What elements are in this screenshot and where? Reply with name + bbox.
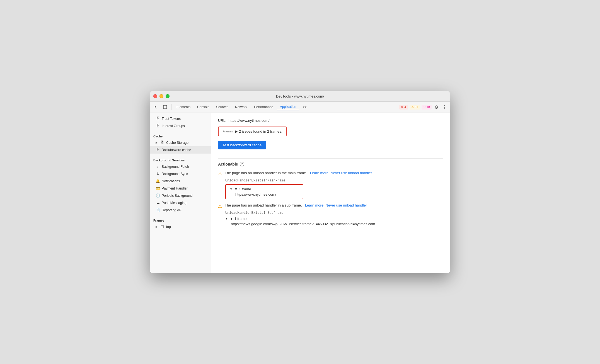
issue1-frame-triangle: ▼ (230, 188, 233, 191)
frames-box-label: Frames (222, 130, 233, 133)
minimize-button[interactable] (159, 94, 163, 98)
issue1-link[interactable]: Learn more: Never use unload handler (310, 171, 372, 175)
dock-icon (163, 105, 167, 109)
settings-icon[interactable]: ⚙ (433, 103, 439, 111)
issue2-frame-expand: ▼ ▼ 1 frame https://news.google.com/swg/… (225, 217, 443, 226)
sidebar-item-label-background-sync: Background Sync (162, 172, 188, 176)
reporting-api-icon: 📄 (156, 208, 160, 212)
issue2-code: UnloadHandlerExistsInSubFrame (218, 211, 443, 215)
cursor-icon (154, 105, 158, 109)
sidebar-item-background-sync[interactable]: ↻ Background Sync (150, 170, 211, 178)
issue2-link[interactable]: Learn more: Never use unload handler (305, 203, 367, 207)
actionable-header: Actionable ? (218, 162, 443, 166)
toolbar-separator (171, 104, 171, 110)
sidebar-item-backforward-cache[interactable]: 🗄 Back/forward cache (150, 146, 211, 154)
sidebar-item-interest-groups[interactable]: 🗄 Interest Groups (150, 122, 211, 130)
issue1-frame-url: https://www.nytimes.com/ (230, 192, 299, 196)
sidebar-item-notifications[interactable]: 🔔 Notifications (150, 178, 211, 185)
cache-section-header: Cache (150, 132, 211, 139)
error-icon: ✕ (401, 105, 403, 109)
sidebar-item-label-payment-handler: Payment Handler (162, 186, 188, 190)
devtools-window: DevTools - www.nytimes.com/ Elements Con… (150, 91, 450, 273)
background-services-header: Background Services (150, 156, 211, 163)
dock-icon-btn[interactable] (161, 103, 169, 111)
sidebar-item-label-frames-top: top (166, 225, 171, 229)
frames-top-expand-icon: ▶ (156, 225, 158, 228)
sidebar-item-push-messaging[interactable]: ☁ Push Messaging (150, 199, 211, 207)
main-panel: URL: https://www.nytimes.com/ Frames ▶ 2… (211, 113, 450, 273)
interest-groups-icon: 🗄 (156, 124, 160, 128)
issue2-frame-triangle: ▼ (225, 217, 228, 220)
actionable-label: Actionable (218, 162, 238, 166)
test-backforward-cache-button[interactable]: Test back/forward cache (218, 141, 266, 149)
url-label: URL: (218, 118, 226, 123)
issues-icon: ✕ (423, 105, 426, 109)
frames-box-detail: ▶ 2 issues found in 2 frames. (235, 129, 282, 134)
url-row: URL: https://www.nytimes.com/ (218, 118, 443, 123)
warning-icon: ⚠ (411, 105, 414, 109)
sidebar-item-cache-storage[interactable]: ▶ 🗄 Cache Storage (150, 139, 211, 146)
issue2-row: ⚠ The page has an unload handler in a su… (218, 203, 443, 209)
frames-section-header: Frames (150, 217, 211, 223)
issues-count: 18 (427, 105, 430, 109)
sidebar-item-label-interest-groups: Interest Groups (162, 124, 185, 128)
periodic-background-icon: 🕐 (156, 193, 160, 198)
issue2-description: The page has an unload handler in a sub … (225, 203, 302, 207)
sidebar-item-background-fetch[interactable]: ↕ Background Fetch (150, 163, 211, 170)
tab-sources[interactable]: Sources (213, 104, 231, 110)
payment-handler-icon: 💳 (156, 186, 160, 190)
sidebar-item-label-notifications: Notifications (162, 179, 180, 183)
sidebar-item-label-reporting-api: Reporting API (162, 208, 182, 212)
window-title: DevTools - www.nytimes.com/ (276, 94, 324, 98)
section-divider (218, 158, 443, 159)
more-options-icon[interactable]: ⋮ (441, 103, 448, 111)
frames-issues-box[interactable]: Frames ▶ 2 issues found in 2 frames. (218, 127, 287, 136)
background-sync-icon: ↻ (156, 172, 160, 176)
cache-storage-icon: 🗄 (160, 140, 164, 145)
issue2-frame-count-row[interactable]: ▼ ▼ 1 frame (225, 217, 443, 221)
issue1-text: The page has an unload handler in the ma… (225, 171, 372, 175)
toolbar-right: ✕ 4 ⚠ 31 ✕ 18 ⚙ ⋮ (399, 103, 448, 111)
help-icon[interactable]: ? (240, 162, 244, 166)
toolbar: Elements Console Sources Network Perform… (150, 102, 450, 113)
issue1-frame-expand-box: ▼ ▼ 1 frame https://www.nytimes.com/ (225, 184, 303, 199)
sidebar-item-label-periodic-background: Periodic Background (162, 194, 193, 198)
sidebar-item-label-backforward-cache: Back/forward cache (162, 148, 191, 152)
cache-storage-expand-icon: ▶ (156, 141, 158, 144)
background-fetch-icon: ↕ (156, 164, 160, 169)
sidebar-item-reporting-api[interactable]: 📄 Reporting API (150, 207, 211, 214)
tab-more[interactable]: >> (300, 104, 310, 110)
sidebar-item-periodic-background[interactable]: 🕐 Periodic Background (150, 192, 211, 199)
sidebar: 🗄 Trust Tokens 🗄 Interest Groups Cache ▶… (150, 113, 211, 273)
issue1-warning-icon: ⚠ (218, 171, 222, 176)
sidebar-item-label-push-messaging: Push Messaging (162, 201, 187, 205)
issue1-frame-count: ▼ 1 frame (234, 187, 251, 191)
sidebar-item-frames-top[interactable]: ▶ ☐ top (150, 223, 211, 230)
notifications-icon: 🔔 (156, 179, 160, 183)
close-button[interactable] (153, 94, 157, 98)
sidebar-item-payment-handler[interactable]: 💳 Payment Handler (150, 185, 211, 192)
issue2-frame-url: https://news.google.com/swg/_/ui/v1/serv… (225, 222, 443, 226)
sidebar-item-label-cache-storage: Cache Storage (166, 141, 188, 145)
tab-elements[interactable]: Elements (174, 104, 193, 110)
tab-console[interactable]: Console (194, 104, 212, 110)
tab-application[interactable]: Application (277, 104, 299, 110)
backforward-cache-icon: 🗄 (156, 148, 160, 152)
issue2-text: The page has an unload handler in a sub … (225, 203, 367, 207)
issue1-code: UnloadHandlerExistsInMainFrame (218, 179, 443, 183)
tab-network[interactable]: Network (232, 104, 250, 110)
issue1-row: ⚠ The page has an unload handler in the … (218, 171, 443, 176)
error-badge[interactable]: ✕ 4 (399, 105, 408, 110)
main-content: 🗄 Trust Tokens 🗄 Interest Groups Cache ▶… (150, 113, 450, 273)
issue1-description: The page has an unload handler in the ma… (225, 171, 307, 175)
sidebar-item-trust-tokens[interactable]: 🗄 Trust Tokens (150, 115, 211, 122)
maximize-button[interactable] (166, 94, 170, 98)
issue1-frame-count-row[interactable]: ▼ ▼ 1 frame (230, 187, 299, 191)
sidebar-item-label-trust-tokens: Trust Tokens (162, 117, 181, 121)
cursor-icon-btn[interactable] (152, 103, 160, 111)
tab-performance[interactable]: Performance (251, 104, 276, 110)
warning-badge[interactable]: ⚠ 31 (410, 105, 420, 110)
issue2-frame-count: ▼ 1 frame (230, 217, 247, 221)
issues-badge[interactable]: ✕ 18 (422, 105, 432, 110)
frames-top-icon: ☐ (160, 225, 164, 229)
